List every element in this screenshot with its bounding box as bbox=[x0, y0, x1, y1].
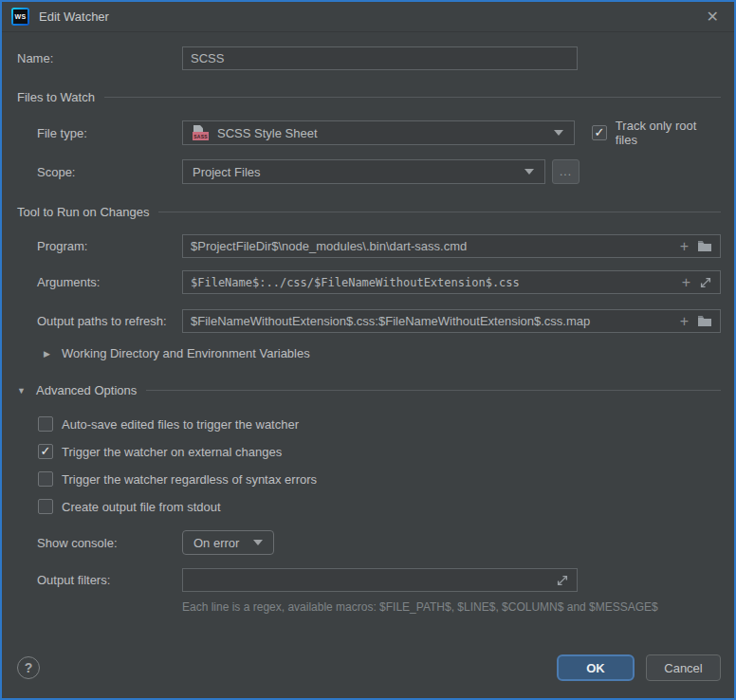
section-files-to-watch: Files to Watch bbox=[17, 90, 95, 104]
section-divider bbox=[146, 390, 721, 391]
insert-macro-icon[interactable]: + bbox=[682, 275, 690, 290]
arguments-label: Arguments: bbox=[17, 275, 182, 289]
auto-save-label: Auto-save edited files to trigger the wa… bbox=[62, 417, 299, 432]
name-input[interactable] bbox=[182, 46, 578, 70]
track-only-root-files-label: Track only root files bbox=[616, 119, 721, 147]
output-paths-input[interactable] bbox=[182, 309, 721, 333]
track-only-root-files-checkbox[interactable] bbox=[592, 125, 607, 140]
section-divider bbox=[158, 212, 721, 212]
file-type-value: SCSS Style Sheet bbox=[217, 126, 318, 140]
webstorm-icon: WS bbox=[11, 8, 29, 26]
external-changes-checkbox[interactable] bbox=[38, 444, 53, 459]
program-input[interactable] bbox=[182, 234, 721, 258]
section-divider bbox=[104, 97, 721, 98]
working-directory-toggle[interactable]: ▶ Working Directory and Environment Vari… bbox=[17, 346, 721, 360]
chevron-down-icon[interactable]: ▼ bbox=[17, 386, 27, 396]
arguments-input[interactable] bbox=[182, 270, 721, 294]
scope-value: Project Files bbox=[193, 165, 261, 179]
button-bar: ? OK Cancel bbox=[2, 647, 734, 698]
output-filters-hint: Each line is a regex, available macros: … bbox=[182, 600, 721, 614]
help-button[interactable]: ? bbox=[17, 656, 40, 679]
name-label: Name: bbox=[17, 51, 182, 65]
output-filters-label: Output filters: bbox=[17, 573, 182, 587]
file-type-dropdown[interactable]: SASS SCSS Style Sheet bbox=[182, 120, 575, 145]
stdout-checkbox[interactable] bbox=[38, 499, 53, 514]
external-changes-label: Trigger the watcher on external changes bbox=[62, 445, 282, 459]
scope-label: Scope: bbox=[17, 165, 182, 179]
folder-icon[interactable] bbox=[697, 315, 712, 327]
scss-file-icon: SASS bbox=[193, 125, 209, 140]
chevron-down-icon bbox=[524, 169, 534, 175]
chevron-right-icon: ▶ bbox=[44, 349, 50, 359]
ok-button[interactable]: OK bbox=[557, 654, 635, 681]
insert-macro-icon[interactable]: + bbox=[680, 314, 689, 329]
syntax-errors-label: Trigger the watcher regardless of syntax… bbox=[62, 472, 317, 487]
output-filters-input[interactable] bbox=[182, 568, 578, 592]
show-console-value: On error bbox=[193, 536, 239, 550]
show-console-label: Show console: bbox=[17, 536, 182, 550]
title-bar: WS Edit Watcher ✕ bbox=[2, 2, 734, 32]
edit-watcher-dialog: WS Edit Watcher ✕ Name: Files to Watch F… bbox=[0, 0, 736, 700]
auto-save-checkbox[interactable] bbox=[38, 416, 53, 432]
cancel-button[interactable]: Cancel bbox=[646, 654, 721, 681]
output-paths-label: Output paths to refresh: bbox=[17, 314, 182, 328]
insert-macro-icon[interactable]: + bbox=[680, 239, 689, 254]
chevron-down-icon bbox=[554, 130, 563, 136]
scope-dropdown[interactable]: Project Files bbox=[182, 159, 545, 184]
expand-icon[interactable] bbox=[556, 574, 569, 587]
scope-browse-button[interactable]: ... bbox=[552, 159, 580, 184]
working-directory-label: Working Directory and Environment Variab… bbox=[62, 346, 310, 360]
show-console-dropdown[interactable]: On error bbox=[182, 530, 274, 555]
dialog-content: Name: Files to Watch File type: SASS SCS… bbox=[2, 32, 734, 614]
expand-icon[interactable] bbox=[699, 276, 712, 289]
program-label: Program: bbox=[17, 239, 182, 253]
close-icon[interactable]: ✕ bbox=[703, 8, 723, 27]
file-type-label: File type: bbox=[17, 126, 182, 140]
section-advanced-options: Advanced Options bbox=[36, 383, 137, 397]
folder-icon[interactable] bbox=[697, 240, 712, 252]
stdout-label: Create output file from stdout bbox=[62, 500, 221, 514]
chevron-down-icon bbox=[253, 540, 263, 545]
syntax-errors-checkbox[interactable] bbox=[38, 471, 53, 487]
dialog-title: Edit Watcher bbox=[39, 9, 109, 24]
section-tool-to-run: Tool to Run on Changes bbox=[17, 205, 149, 219]
